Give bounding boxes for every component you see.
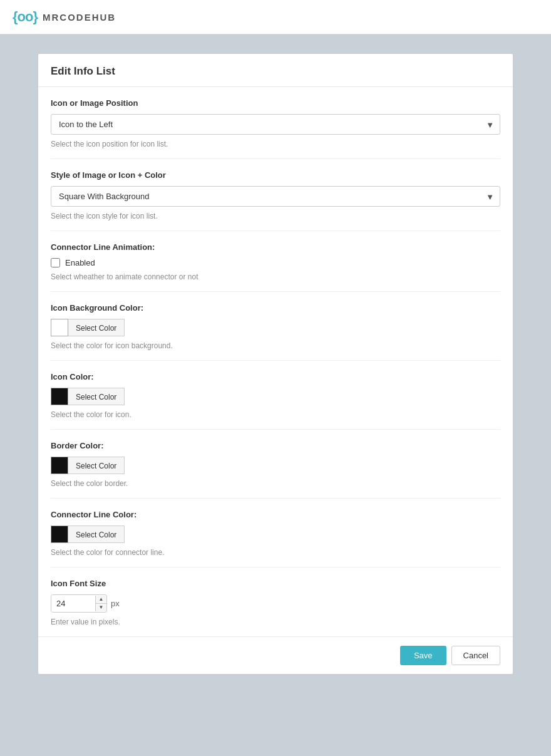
icon-bg-color-section: Icon Background Color: Select Color Sele…: [51, 292, 500, 361]
connector-animation-row: Enabled: [51, 258, 500, 267]
icon-color-swatch[interactable]: [51, 388, 68, 405]
card-footer: Save Cancel: [38, 636, 513, 674]
font-size-label: Icon Font Size: [51, 579, 500, 588]
icon-color-section: Icon Color: Select Color Select the colo…: [51, 361, 500, 430]
connector-animation-section: Connector Line Animation: Enabled Select…: [51, 231, 500, 292]
connector-animation-label: Connector Line Animation:: [51, 242, 500, 252]
font-size-hint: Enter value in pixels.: [51, 618, 500, 626]
icon-color-button[interactable]: Select Color: [68, 388, 125, 405]
icon-style-hint: Select the icon style for icon list.: [51, 212, 500, 220]
icon-bg-color-hint: Select the color for icon background.: [51, 341, 500, 350]
cancel-button[interactable]: Cancel: [451, 646, 500, 665]
connector-line-color-hint: Select the color for connector line.: [51, 548, 500, 557]
font-size-decrement-button[interactable]: ▼: [96, 604, 106, 611]
card-body: Icon or Image Position Icon to the Left …: [38, 87, 513, 636]
font-size-input-wrapper: ▲ ▼: [51, 594, 107, 613]
edit-info-card: Edit Info List Icon or Image Position Ic…: [38, 53, 513, 675]
connector-line-color-section: Connector Line Color: Select Color Selec…: [51, 499, 500, 567]
icon-position-hint: Select the icon position for icon list.: [51, 140, 500, 148]
icon-position-section: Icon or Image Position Icon to the Left …: [51, 87, 500, 159]
icon-style-label: Style of Image or Icon + Color: [51, 170, 500, 180]
connector-animation-hint: Select wheather to animate connector or …: [51, 272, 500, 281]
icon-bg-color-row: Select Color: [51, 319, 500, 336]
connector-line-color-label: Connector Line Color:: [51, 510, 500, 519]
icon-position-label: Icon or Image Position: [51, 98, 500, 108]
border-color-section: Border Color: Select Color Select the co…: [51, 430, 500, 499]
border-color-swatch[interactable]: [51, 457, 68, 474]
icon-position-select[interactable]: Icon to the Left Icon to the Right Icon …: [51, 114, 500, 135]
border-color-label: Border Color:: [51, 441, 500, 450]
font-size-spinners: ▲ ▼: [95, 596, 106, 611]
icon-color-hint: Select the color for icon.: [51, 410, 500, 419]
icon-style-section: Style of Image or Icon + Color Square Wi…: [51, 159, 500, 231]
save-button[interactable]: Save: [400, 646, 446, 665]
icon-style-select-wrapper: Square With Background Circle With Backg…: [51, 186, 500, 207]
icon-bg-color-label: Icon Background Color:: [51, 303, 500, 313]
logo-icon: {oo}: [13, 9, 38, 25]
icon-color-row: Select Color: [51, 388, 500, 405]
font-size-section: Icon Font Size ▲ ▼ px Enter value in pix…: [51, 567, 500, 636]
font-size-unit: px: [111, 599, 120, 608]
font-size-row: ▲ ▼ px: [51, 594, 500, 613]
icon-bg-color-button[interactable]: Select Color: [68, 319, 125, 336]
border-color-row: Select Color: [51, 457, 500, 474]
page-wrapper: Edit Info List Icon or Image Position Ic…: [0, 34, 551, 693]
connector-animation-checkbox[interactable]: [51, 258, 60, 267]
card-title: Edit Info List: [38, 54, 513, 87]
connector-line-color-button[interactable]: Select Color: [68, 526, 125, 543]
icon-color-label: Icon Color:: [51, 372, 500, 381]
connector-animation-checkbox-label: Enabled: [65, 258, 95, 267]
icon-position-select-wrapper: Icon to the Left Icon to the Right Icon …: [51, 114, 500, 135]
connector-line-color-row: Select Color: [51, 526, 500, 543]
border-color-hint: Select the color border.: [51, 479, 500, 488]
font-size-increment-button[interactable]: ▲: [96, 596, 106, 604]
header: {oo} MRCODEHUB: [0, 0, 551, 34]
connector-line-color-swatch[interactable]: [51, 526, 68, 543]
icon-style-select[interactable]: Square With Background Circle With Backg…: [51, 186, 500, 207]
border-color-button[interactable]: Select Color: [68, 457, 125, 474]
logo-text: MRCODEHUB: [43, 12, 116, 23]
font-size-input[interactable]: [51, 595, 95, 612]
icon-bg-color-swatch[interactable]: [51, 319, 68, 336]
